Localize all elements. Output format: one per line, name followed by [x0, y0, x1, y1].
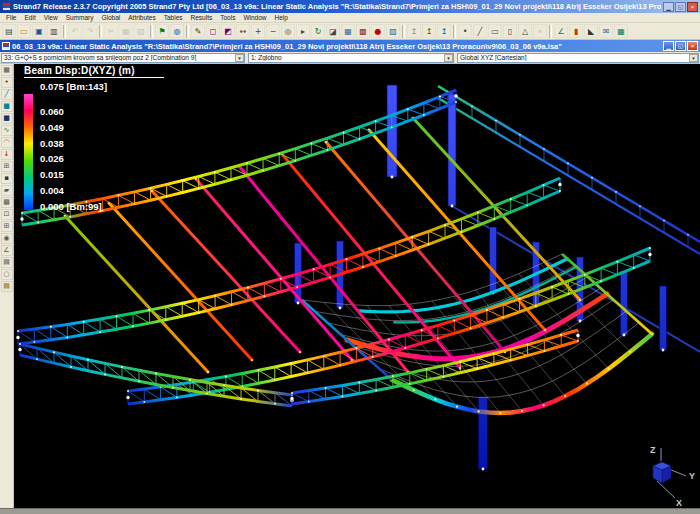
menu-global[interactable]: Global — [97, 14, 124, 21]
window-resize-edge[interactable] — [0, 508, 700, 514]
menu-bar: FileEditViewSummaryGlobalAttributesTable… — [0, 13, 700, 23]
show-grid-icon[interactable]: ▦ — [1, 65, 13, 76]
left-toolbar: ▦•╱■■∿◠↓⊞▪▰▩⊡⊞◉∠▤○▤ — [0, 64, 14, 508]
zoom-out-icon[interactable]: − — [266, 24, 280, 38]
print-icon[interactable]: ▥ — [47, 24, 61, 38]
select-beams-icon[interactable]: ▰ — [1, 185, 13, 196]
tables-icon[interactable]: ▦ — [614, 24, 628, 38]
open-file-icon[interactable]: ▭ — [17, 24, 31, 38]
results-legend: Beam Disp:D(XYZ) (m) 0.075 [Bm:143]0.060… — [24, 65, 164, 217]
save-file-icon[interactable]: ▣ — [32, 24, 46, 38]
purlin — [65, 216, 208, 372]
poly-tool-icon[interactable]: △ — [518, 24, 532, 38]
copy-icon[interactable]: ▦ — [119, 24, 133, 38]
pin-y-icon[interactable]: ↥ — [422, 24, 436, 38]
select-bricks-icon[interactable]: ⊡ — [1, 209, 13, 220]
entity-toggles-icon[interactable]: ▦ — [341, 24, 355, 38]
zoom-in-icon[interactable]: + — [251, 24, 265, 38]
purlin — [326, 142, 505, 352]
display-options-icon[interactable]: ▩ — [356, 24, 370, 38]
edit-mode-icon[interactable]: ✎ — [191, 24, 205, 38]
minimize-button[interactable]: ▁ — [663, 2, 674, 12]
mail-icon[interactable]: ✉ — [599, 24, 613, 38]
legend-entry: 0.060 — [40, 106, 107, 122]
pin-z-icon[interactable]: ↥ — [437, 24, 451, 38]
result-case-combo[interactable]: 33: G+Q+S s pomicnim krovom sa snijegom … — [1, 53, 245, 63]
cable-net-mesh — [302, 254, 653, 414]
measure-angle-icon[interactable]: ∠ — [1, 245, 13, 256]
menu-view[interactable]: View — [40, 14, 62, 21]
groups-icon[interactable]: ▨ — [386, 24, 400, 38]
show-paths-icon[interactable]: ◠ — [1, 137, 13, 148]
solver-icon[interactable]: ⚑ — [155, 24, 169, 38]
dropdown-arrow-icon[interactable]: ▼ — [689, 54, 698, 62]
title-bar[interactable]: Strand7 Release 2.3.7 Copyright 2005 Str… — [0, 0, 700, 13]
node-tool-icon[interactable]: • — [458, 24, 472, 38]
hidden-line-icon[interactable]: ◪ — [326, 24, 340, 38]
coordinate-system-combo[interactable]: Global XYZ [Cartesian] ▼ — [457, 53, 699, 63]
freedom-case-value: 1: Zglobno — [249, 54, 444, 61]
case-toolbar: 33: G+Q+S s pomicnim krovom sa snijegom … — [0, 52, 700, 64]
beam-tool-icon[interactable]: ╱ — [473, 24, 487, 38]
show-restraints-icon[interactable]: ⊞ — [1, 161, 13, 172]
plate-tool-icon[interactable]: ▭ — [488, 24, 502, 38]
show-nodes-icon[interactable]: • — [1, 77, 13, 88]
measure-icon[interactable]: ∠ — [554, 24, 568, 38]
online-icon[interactable]: ◍ — [170, 24, 184, 38]
pan-icon[interactable]: ↔ — [236, 24, 250, 38]
vertex-tool-icon[interactable]: ◦ — [533, 24, 547, 38]
zoom-all-icon[interactable]: ◎ — [281, 24, 295, 38]
new-file-icon[interactable]: ▤ — [2, 24, 16, 38]
pin-x-icon[interactable]: ↥ — [407, 24, 421, 38]
show-links-icon[interactable]: ∿ — [1, 125, 13, 136]
result-case-value: 33: G+Q+S s pomicnim krovom sa snijegom … — [2, 54, 235, 61]
record-icon[interactable]: ● — [371, 24, 385, 38]
select-pointer-icon[interactable]: ▸ — [296, 24, 310, 38]
menu-summary[interactable]: Summary — [62, 14, 98, 21]
column — [387, 85, 397, 177]
close-button[interactable]: × — [687, 2, 698, 12]
select-nodes-icon[interactable]: ▪ — [1, 173, 13, 184]
model-restore-button[interactable]: ◱ — [675, 41, 686, 51]
menu-attributes[interactable]: Attributes — [124, 14, 159, 21]
model-close-button[interactable]: × — [687, 41, 698, 51]
select-plates-icon[interactable]: ▩ — [1, 197, 13, 208]
menu-help[interactable]: Help — [271, 14, 292, 21]
dropdown-arrow-icon[interactable]: ▼ — [444, 54, 453, 62]
peek-icon[interactable]: ◣ — [584, 24, 598, 38]
window-controls: ▁ ◱ × — [663, 2, 698, 12]
redo-icon[interactable]: ↷ — [83, 24, 97, 38]
menu-tools[interactable]: Tools — [216, 14, 239, 21]
view-ring-icon[interactable]: ○ — [1, 269, 13, 280]
menu-window[interactable]: Window — [239, 14, 270, 21]
menu-edit[interactable]: Edit — [20, 14, 39, 21]
notes-icon[interactable]: ▤ — [1, 257, 13, 268]
legend-entry: 0.049 — [40, 122, 107, 138]
show-loads-icon[interactable]: ↓ — [1, 149, 13, 160]
show-bricks-icon[interactable]: ■ — [1, 113, 13, 124]
contour-settings-icon[interactable]: ▮ — [569, 24, 583, 38]
child-title-bar[interactable]: 06_03_13 v9a: Linear Static Analysis "R:… — [0, 40, 700, 52]
coordinate-system-value: Global XYZ [Cartesian] — [458, 54, 689, 61]
brick-tool-icon[interactable]: ▯ — [503, 24, 517, 38]
dropdown-arrow-icon[interactable]: ▼ — [235, 54, 244, 62]
cut-icon[interactable]: ✂ — [104, 24, 118, 38]
zoom-dynamic-icon[interactable]: ◩ — [221, 24, 235, 38]
show-beams-icon[interactable]: ╱ — [1, 89, 13, 100]
freedom-case-combo[interactable]: 1: Zglobno ▼ — [248, 53, 454, 63]
menu-tables[interactable]: Tables — [160, 14, 187, 21]
menu-file[interactable]: File — [2, 14, 20, 21]
rotate-view-icon[interactable]: ↻ — [311, 24, 325, 38]
show-plates-icon[interactable]: ■ — [1, 101, 13, 112]
zoom-select-icon[interactable]: ◉ — [1, 233, 13, 244]
menu-results[interactable]: Results — [187, 14, 217, 21]
zoom-box-icon[interactable]: ◻ — [206, 24, 220, 38]
model-minimize-button[interactable]: ▁ — [663, 41, 674, 51]
clipboard-icon[interactable]: ▤ — [1, 281, 13, 292]
select-all-icon[interactable]: ⊞ — [1, 221, 13, 232]
undo-icon[interactable]: ↶ — [68, 24, 82, 38]
axis-label-y: Y — [689, 471, 695, 481]
paste-icon[interactable]: ▧ — [134, 24, 148, 38]
model-viewport[interactable]: ZYX Beam Disp:D(XYZ) (m) 0.075 [Bm:143]0… — [14, 64, 700, 508]
restore-button[interactable]: ◱ — [675, 2, 686, 12]
